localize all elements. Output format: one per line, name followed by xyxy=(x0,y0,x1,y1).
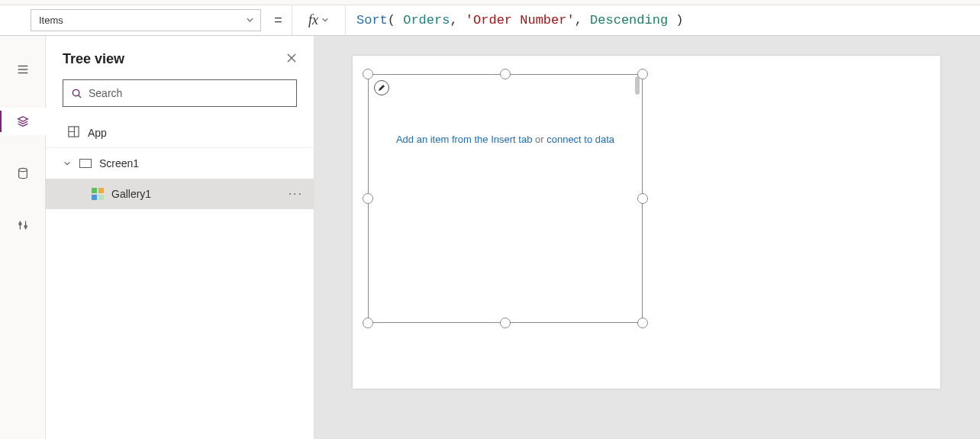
fx-dropdown[interactable]: fx xyxy=(292,5,346,35)
tree-list: App Screen1 Gallery1 ··· xyxy=(46,118,314,439)
formula-sep2: , xyxy=(575,13,590,27)
tree-panel: Tree view App Screen1 xyxy=(46,36,314,439)
fx-icon: fx xyxy=(308,12,318,28)
formula-arg2: 'Order Number' xyxy=(466,13,575,27)
tree-label-gallery: Gallery1 xyxy=(111,188,151,200)
top-spacer xyxy=(0,0,980,5)
canvas-area[interactable]: Add an item from the Insert tab or conne… xyxy=(314,36,980,439)
formula-input[interactable]: Sort( Orders, 'Order Number', Descending… xyxy=(346,5,980,35)
hint-insert-link[interactable]: Add an item from the Insert tab xyxy=(396,134,532,145)
resize-handle-mr[interactable] xyxy=(637,193,648,204)
edit-pencil-button[interactable] xyxy=(374,80,389,95)
property-dropdown-value: Items xyxy=(39,15,63,26)
search-icon xyxy=(71,88,82,99)
tree-label-screen: Screen1 xyxy=(99,157,139,169)
formula-arg1: Orders xyxy=(403,13,450,27)
hint-or: or xyxy=(532,134,546,145)
tree-header: Tree view xyxy=(46,36,314,79)
resize-handle-br[interactable] xyxy=(637,318,648,328)
equals-glyph: = xyxy=(274,12,282,28)
hamburger-icon xyxy=(16,63,30,76)
selection-frame xyxy=(368,74,643,323)
resize-handle-tr[interactable] xyxy=(637,69,648,79)
search-box[interactable] xyxy=(63,79,297,107)
formula-sep1: , xyxy=(450,13,465,27)
hint-connect-link[interactable]: connect to data xyxy=(546,134,614,145)
main-area: Tree view App Screen1 xyxy=(0,36,980,439)
more-icon[interactable]: ··· xyxy=(289,187,303,201)
hamburger-button[interactable] xyxy=(0,56,46,83)
gallery-icon xyxy=(92,188,104,200)
svg-point-3 xyxy=(73,89,79,95)
formula-close: ) xyxy=(668,13,683,27)
formula-arg3: Descending xyxy=(590,13,668,27)
resize-handle-tc[interactable] xyxy=(500,69,511,79)
svg-point-0 xyxy=(18,168,27,171)
advanced-tools-rail-button[interactable] xyxy=(0,211,46,239)
formula-bar: Items = fx Sort( Orders, 'Order Number',… xyxy=(0,5,980,36)
resize-handle-tl[interactable] xyxy=(363,69,373,79)
tree-row-app[interactable]: App xyxy=(46,118,314,148)
pencil-icon xyxy=(378,84,385,92)
resize-handle-bc[interactable] xyxy=(500,318,511,328)
search-wrap xyxy=(46,79,314,118)
data-rail-button[interactable] xyxy=(0,160,46,187)
tree-row-gallery[interactable]: Gallery1 ··· xyxy=(46,179,314,209)
search-input[interactable] xyxy=(89,87,289,99)
screen-icon xyxy=(79,159,92,168)
app-icon xyxy=(67,125,80,140)
selected-control[interactable]: Add an item from the Insert tab or conne… xyxy=(368,74,643,323)
scrollbar-indicator[interactable] xyxy=(635,76,640,95)
tree-panel-title: Tree view xyxy=(63,51,124,67)
formula-fn: Sort xyxy=(356,13,388,27)
gallery-hint: Add an item from the Insert tab or conne… xyxy=(368,134,643,145)
close-icon[interactable] xyxy=(286,53,297,66)
layers-icon xyxy=(16,115,30,128)
resize-handle-bl[interactable] xyxy=(363,318,373,328)
tools-icon xyxy=(16,218,30,232)
chevron-down-icon xyxy=(246,15,254,25)
property-dropdown[interactable]: Items xyxy=(31,9,261,31)
tree-view-rail-button[interactable] xyxy=(0,108,46,135)
resize-handle-ml[interactable] xyxy=(363,193,373,204)
tree-row-screen[interactable]: Screen1 xyxy=(46,148,314,179)
screen-canvas[interactable]: Add an item from the Insert tab or conne… xyxy=(353,56,940,389)
database-icon xyxy=(16,166,30,180)
equals-label: = xyxy=(265,5,292,35)
tree-label-app: App xyxy=(88,127,107,139)
formula-open: ( xyxy=(388,13,403,27)
chevron-down-icon xyxy=(321,16,329,25)
left-rail xyxy=(0,36,46,439)
chevron-down-icon[interactable] xyxy=(63,160,72,167)
